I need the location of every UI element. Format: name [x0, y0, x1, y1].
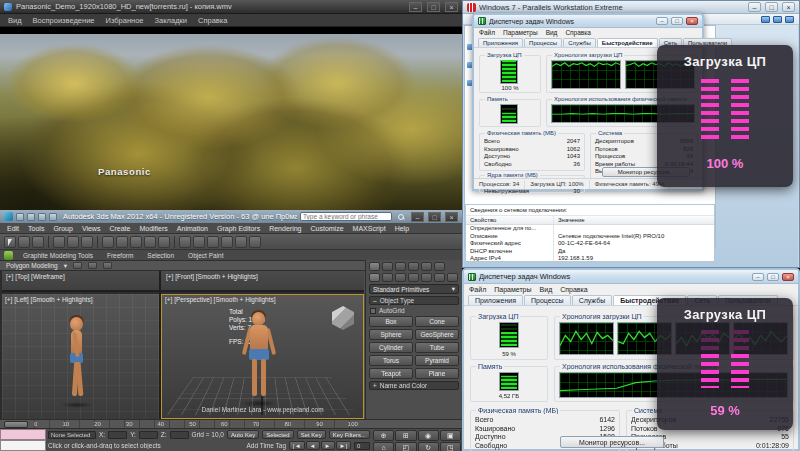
ribbon-section-label[interactable]: Polygon Modeling — [6, 262, 58, 269]
max-menu-item[interactable]: Views — [82, 225, 101, 232]
details-row[interactable]: DHCP включен Да — [466, 248, 714, 256]
taskmgr-minimize-button[interactable]: – — [656, 17, 668, 25]
viewport-nav-button[interactable]: ⊕ — [373, 430, 394, 441]
viewport-nav-button[interactable]: ◉ — [418, 430, 439, 441]
object-type-rollout[interactable]: – Object Type — [369, 296, 459, 305]
viewport-label-perspective[interactable]: [+] [Perspective] [Smooth + Highlights] — [165, 296, 276, 303]
playback-button[interactable]: ► — [321, 441, 335, 450]
y-coordinate-field[interactable] — [139, 431, 158, 439]
minimize-button[interactable]: – — [409, 2, 422, 12]
shapes-icon[interactable] — [382, 273, 393, 282]
vm-devices-icon[interactable] — [773, 16, 782, 23]
move-icon[interactable] — [53, 236, 65, 248]
timeline-tick[interactable]: 20 — [94, 421, 101, 427]
utilities-tab-icon[interactable] — [434, 262, 445, 271]
primitive-category-dropdown[interactable]: Standard Primitives ▾ — [369, 284, 459, 294]
key-filters-button[interactable]: Key Filters... — [329, 430, 370, 439]
resource-monitor-button[interactable]: Монитор ресурсов... — [560, 436, 664, 448]
schematic-view-icon[interactable] — [207, 236, 219, 248]
max-minimize-button[interactable]: – — [411, 212, 424, 222]
playback-button[interactable]: |◄ — [289, 441, 305, 450]
track-bar[interactable]: 0102030405060708090100 — [0, 419, 462, 429]
taskmgr-tab[interactable]: Процессы — [524, 295, 571, 305]
max-menu-item[interactable]: Group — [53, 225, 72, 232]
listener-script-line[interactable] — [0, 440, 46, 451]
maximize-button[interactable]: □ — [427, 2, 440, 12]
material-editor-icon[interactable] — [221, 236, 233, 248]
max-menu-item[interactable]: Modifiers — [139, 225, 167, 232]
select-object-icon[interactable] — [4, 236, 16, 248]
taskmgr-tab[interactable]: Приложения — [468, 295, 523, 305]
close-button[interactable]: × — [445, 2, 458, 12]
max-menu-item[interactable]: Create — [109, 225, 130, 232]
viewcube[interactable] — [332, 306, 354, 330]
taskmgr-tab[interactable]: Службы — [563, 38, 596, 47]
viewport-nav-button[interactable]: ▣ — [440, 430, 461, 441]
taskmgr-menu-item[interactable]: Параметры — [494, 286, 531, 293]
details-row[interactable]: Адрес IPv4 192.168.1.59 — [466, 255, 714, 262]
viewport-label-front[interactable]: [+] [Front] [Smooth + Highlights] — [166, 273, 258, 280]
helpers-icon[interactable] — [421, 273, 432, 282]
player-menu-item[interactable]: Справка — [198, 16, 227, 25]
scale-icon[interactable] — [81, 236, 93, 248]
hierarchy-tab-icon[interactable] — [395, 262, 406, 271]
viewport-nav-button[interactable]: ⌂ — [373, 442, 394, 451]
parallels-close-button[interactable]: × — [782, 2, 795, 12]
max-menu-item[interactable]: Animation — [177, 225, 208, 232]
taskmgr-tab[interactable]: Процессы — [524, 38, 562, 47]
cameras-icon[interactable] — [408, 273, 419, 282]
timeline-tick[interactable]: 0 — [34, 421, 37, 427]
parallels-maximize-button[interactable]: □ — [765, 2, 778, 12]
vm-settings-icon[interactable] — [785, 16, 794, 23]
max-menu-item[interactable]: MAXScript — [353, 225, 386, 232]
align-icon[interactable] — [158, 236, 170, 248]
max-menu-item[interactable]: Rendering — [269, 225, 301, 232]
max-menu-item[interactable]: Customize — [310, 225, 343, 232]
maxscript-mini-listener[interactable] — [0, 429, 46, 451]
viewport-label-top[interactable]: [+] [Top] [Wireframe] — [6, 273, 65, 280]
viewport-nav-button[interactable]: ◰ — [395, 442, 416, 451]
autogrid-checkbox[interactable]: AutoGrid — [370, 307, 458, 314]
help-search-input[interactable] — [300, 212, 392, 221]
value-column-header[interactable]: Значение — [554, 216, 589, 224]
name-color-rollout[interactable]: + Name and Color — [369, 381, 459, 390]
viewport-nav-button[interactable]: ◳ — [440, 442, 461, 451]
taskmgr-menu-item[interactable]: Справка — [560, 286, 587, 293]
ribbon-tab[interactable]: Graphite Modeling Tools — [17, 251, 99, 260]
ribbon-tool-icon[interactable] — [73, 262, 82, 269]
ribbon-tool-icon[interactable] — [103, 262, 112, 269]
save-file-icon[interactable] — [38, 213, 46, 221]
vm-display-icon[interactable] — [761, 16, 770, 23]
taskmgr-menu-item[interactable]: Параметры — [503, 29, 538, 36]
video-area[interactable]: Panasonic — [0, 27, 462, 210]
listener-macro-line[interactable] — [0, 429, 46, 440]
open-file-icon[interactable] — [27, 213, 35, 221]
player-menu-item[interactable]: Воспроизведение — [33, 16, 95, 25]
max-close-button[interactable]: × — [445, 212, 458, 222]
curve-editor-icon[interactable] — [193, 236, 205, 248]
taskmgr2-close-button[interactable]: × — [782, 273, 794, 281]
playback-button[interactable]: ►| — [336, 441, 352, 450]
parallels-minimize-button[interactable]: – — [748, 2, 761, 12]
select-by-name-icon[interactable] — [18, 236, 30, 248]
player-menu-item[interactable]: Вид — [8, 16, 22, 25]
taskmgr-menu-item[interactable]: Вид — [546, 29, 558, 36]
details-row[interactable]: Определенное для по... — [466, 225, 714, 233]
perspective-viewport[interactable]: [+] [Perspective] [Smooth + Highlights] … — [161, 294, 364, 419]
render-icon[interactable] — [249, 236, 261, 248]
timeline-tick[interactable]: 70 — [253, 421, 260, 427]
taskmgr-tab[interactable]: Приложения — [478, 38, 523, 47]
ribbon-tab[interactable]: Freeform — [101, 251, 139, 260]
display-tab-icon[interactable] — [421, 262, 432, 271]
timeline-tick[interactable]: 80 — [284, 421, 291, 427]
taskmgr-close-button[interactable]: × — [686, 17, 698, 25]
selection-lock-field[interactable]: None Selected — [48, 431, 96, 439]
property-column-header[interactable]: Свойство — [466, 216, 554, 224]
primitive-button[interactable]: Torus — [369, 355, 413, 366]
timeline-tick[interactable]: 10 — [62, 421, 69, 427]
max-menu-item[interactable]: Graph Editors — [217, 225, 260, 232]
timeline-tick[interactable]: 40 — [158, 421, 165, 427]
motion-tab-icon[interactable] — [408, 262, 419, 271]
primitive-button[interactable]: GeoSphere — [415, 329, 459, 340]
taskmgr2-minimize-button[interactable]: – — [752, 273, 764, 281]
